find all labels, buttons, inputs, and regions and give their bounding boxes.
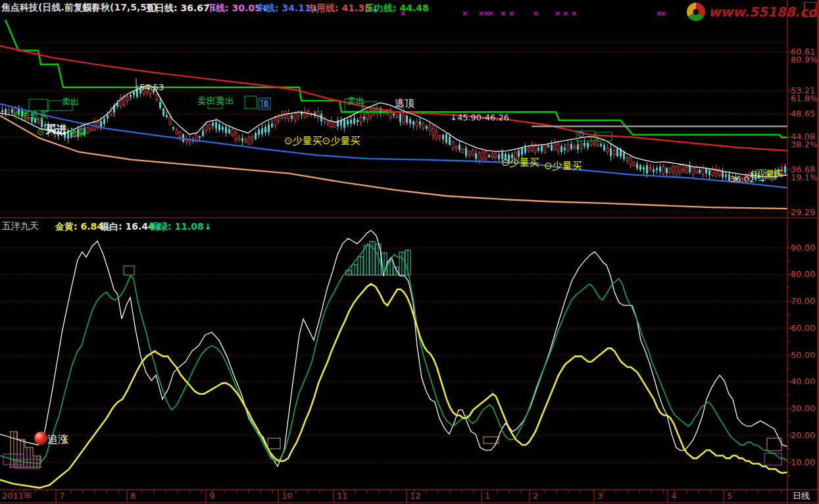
candle-down bbox=[778, 170, 780, 174]
candle-up bbox=[126, 97, 128, 101]
candle-down bbox=[31, 117, 33, 122]
candle-down bbox=[511, 155, 513, 159]
candle-down bbox=[728, 174, 730, 181]
candle-up bbox=[485, 152, 487, 159]
indicator-field[interactable]: 五日线: 36.67↓ bbox=[146, 3, 218, 13]
series-金黄 bbox=[0, 284, 787, 488]
candle-down bbox=[541, 146, 543, 151]
candle-up bbox=[327, 122, 329, 124]
series-五日线 bbox=[0, 85, 787, 177]
candle-down bbox=[465, 148, 467, 156]
candle-down bbox=[225, 127, 227, 134]
candle-down bbox=[475, 153, 477, 159]
indicator-field[interactable]: 压力线: 44.48 bbox=[365, 3, 429, 13]
candle-down bbox=[212, 122, 214, 126]
candle-up bbox=[702, 168, 704, 174]
candle-down bbox=[547, 145, 549, 147]
candle-up bbox=[544, 145, 546, 153]
candle-up bbox=[682, 169, 684, 171]
candle-down bbox=[459, 145, 460, 150]
candle-up bbox=[248, 138, 250, 144]
field-value: 41.35 bbox=[339, 3, 371, 13]
candle-down bbox=[353, 118, 355, 124]
candle-down bbox=[268, 124, 270, 132]
candle-down bbox=[133, 92, 135, 95]
indicator-field[interactable]: 中线: 34.11↓ bbox=[257, 3, 319, 13]
candle-up bbox=[416, 121, 418, 126]
indicator-field[interactable]: 专用线: 41.35↓ bbox=[307, 3, 379, 13]
candle-down bbox=[784, 166, 786, 173]
candle-up bbox=[435, 131, 437, 139]
candle-up bbox=[360, 117, 362, 122]
candle-up bbox=[630, 157, 632, 165]
field-label: 中线: bbox=[257, 3, 279, 13]
candle-down bbox=[5, 109, 7, 114]
candle-up bbox=[156, 95, 158, 100]
candle-up bbox=[452, 141, 454, 149]
field-value: 36.67 bbox=[178, 3, 210, 13]
candle-down bbox=[41, 119, 43, 127]
candle-down bbox=[537, 148, 539, 151]
candle-down bbox=[139, 88, 141, 93]
candle-up bbox=[455, 147, 457, 149]
candle-down bbox=[222, 127, 224, 130]
candle-down bbox=[560, 146, 562, 152]
candle-up bbox=[205, 125, 207, 131]
candle-up bbox=[396, 116, 398, 118]
candle-down bbox=[505, 154, 507, 160]
annotation-box bbox=[764, 453, 782, 465]
candle-down bbox=[751, 172, 753, 176]
candle-down bbox=[199, 136, 201, 138]
site-logo[interactable]: www.55188.com bbox=[685, 1, 819, 22]
candle-up bbox=[251, 137, 253, 140]
down-arrow-icon: ↓ bbox=[312, 3, 319, 13]
series-压力线 bbox=[5, 20, 787, 138]
candle-down bbox=[623, 153, 625, 159]
candle-up bbox=[676, 166, 678, 174]
indicator-field[interactable]: 下线: 30.05↓ bbox=[207, 3, 269, 13]
candle-down bbox=[130, 95, 132, 97]
candle-up bbox=[209, 124, 211, 128]
candle-up bbox=[317, 111, 319, 118]
candle-up bbox=[528, 148, 530, 151]
page-title: 焦点科技(日线.前复权) bbox=[1, 3, 96, 12]
window-corner-box[interactable] bbox=[804, 2, 816, 17]
candle-up bbox=[297, 112, 299, 116]
field-label: 压力线: bbox=[365, 3, 397, 13]
candle-down bbox=[34, 118, 36, 122]
candle-down bbox=[291, 115, 293, 118]
candle-down bbox=[107, 115, 109, 118]
candle-up bbox=[439, 136, 441, 138]
candle-up bbox=[37, 120, 39, 122]
annotation-box bbox=[29, 99, 47, 111]
candle-down bbox=[524, 147, 526, 153]
candle-up bbox=[732, 176, 733, 181]
down-arrow-icon: ↓ bbox=[262, 3, 269, 13]
annotation-box bbox=[124, 266, 134, 275]
candle-down bbox=[419, 122, 421, 125]
candle-down bbox=[347, 120, 349, 124]
candle-down bbox=[508, 155, 510, 162]
candle-down bbox=[735, 177, 737, 180]
candle-up bbox=[468, 151, 470, 155]
candle-up bbox=[669, 168, 671, 172]
indicator-name[interactable]: 知春秋(17,5,50) bbox=[82, 3, 157, 12]
candle-up bbox=[580, 144, 582, 149]
candle-down bbox=[705, 169, 707, 174]
candle-down bbox=[708, 170, 710, 175]
candle-down bbox=[159, 102, 161, 108]
candle-up bbox=[472, 151, 474, 155]
candle-up bbox=[745, 175, 747, 180]
field-value: 44.48 bbox=[397, 3, 429, 13]
candle-up bbox=[574, 146, 576, 149]
annotation-box bbox=[245, 96, 257, 109]
candle-down bbox=[162, 109, 164, 116]
candle-down bbox=[393, 113, 395, 115]
candle-down bbox=[258, 130, 260, 135]
candle-down bbox=[18, 109, 20, 114]
candle-up bbox=[238, 138, 240, 139]
candle-down bbox=[501, 152, 503, 159]
candle-down bbox=[84, 128, 86, 135]
candle-up bbox=[366, 113, 368, 119]
trading-app-window: 焦点科技(日线.前复权) 知春秋(17,5,50) 五日线: 36.67↓下线:… bbox=[0, 0, 819, 504]
